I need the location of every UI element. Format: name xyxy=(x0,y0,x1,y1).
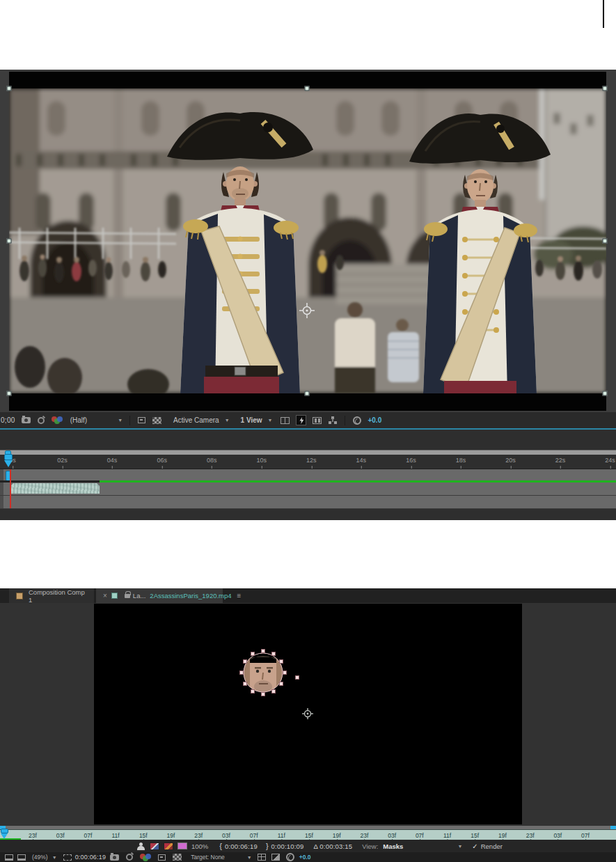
show-panel-icon[interactable] xyxy=(17,854,26,861)
composition-viewer-panel[interactable] xyxy=(0,70,616,412)
target-select[interactable]: Target: None xyxy=(191,854,225,861)
ruler-second-label: 10s xyxy=(256,457,267,464)
layer-track-area[interactable] xyxy=(0,469,616,520)
channels-icon[interactable] xyxy=(140,854,151,861)
playhead-line[interactable] xyxy=(10,469,11,508)
timeline-panel[interactable]: 0s02s04s06s08s10s12s14s16s18s20s22s24s xyxy=(0,430,616,513)
time-navigator[interactable] xyxy=(0,450,616,455)
selection-handle-top-left[interactable] xyxy=(7,86,12,91)
fast-previews-toggle-icon[interactable] xyxy=(296,415,306,425)
exposure-value[interactable]: +0.0 xyxy=(299,854,311,861)
in-point-time[interactable]: 0:00:06:19 xyxy=(225,843,258,850)
snapshot-camera-icon[interactable] xyxy=(110,854,119,861)
layer-anchor-point-icon xyxy=(302,708,313,719)
timeline-ruler[interactable]: 0s02s04s06s08s10s12s14s16s18s20s22s24s xyxy=(0,455,616,469)
out-point-icon[interactable]: } xyxy=(266,842,269,850)
selection-handle-mid-right[interactable] xyxy=(603,239,608,244)
layer-duration-bar[interactable] xyxy=(10,483,100,494)
ruler-second-label: 24s xyxy=(605,457,615,464)
ruler-frame-label: 15f xyxy=(139,832,148,839)
view-layout-icon[interactable] xyxy=(258,854,266,861)
toolbar-separator xyxy=(129,416,130,425)
view-layout-select[interactable]: 1 View xyxy=(241,416,262,424)
ruler-frame-label: 03f xyxy=(56,832,65,839)
exposure-value[interactable]: +0.0 xyxy=(368,416,381,424)
lock-icon[interactable] xyxy=(125,594,130,598)
in-point-icon[interactable]: { xyxy=(219,842,222,850)
exposure-icon[interactable] xyxy=(286,853,294,861)
exposure-icon[interactable] xyxy=(353,416,361,425)
camera-view-select[interactable]: Active Camera xyxy=(173,416,219,424)
ruler-frame-label: 07f xyxy=(84,832,92,839)
render-label: Render xyxy=(481,843,503,850)
layer-frame-ruler[interactable]: 23f03f07f11f15f19f23f03f07f11f15f19f23f0… xyxy=(0,829,616,840)
adjust-exposure-icon[interactable] xyxy=(271,854,280,861)
view-mode-select[interactable]: Masks ▼ xyxy=(383,843,465,850)
render-checkbox[interactable]: ✓ Render xyxy=(472,843,503,850)
ruler-frame-label: 11f xyxy=(443,832,451,839)
close-icon[interactable]: × xyxy=(103,592,107,600)
soldier-right xyxy=(409,113,551,393)
layer-current-time-indicator[interactable] xyxy=(0,829,11,840)
selection-handle-top-right[interactable] xyxy=(603,86,608,91)
page-rule-line xyxy=(603,0,604,28)
target-arrow-icon[interactable]: ▼ xyxy=(247,855,252,860)
preview-thumbnail-icon[interactable] xyxy=(164,843,173,850)
duration-value: Δ 0:00:03:15 xyxy=(314,843,353,850)
resolution-arrow-icon[interactable]: ▼ xyxy=(118,418,123,423)
ruler-frame-label: 23f xyxy=(360,832,368,839)
selection-handle-bottom-left[interactable] xyxy=(7,391,12,396)
region-icon[interactable] xyxy=(63,854,72,861)
ruler-frame-label: 19f xyxy=(167,832,175,839)
zoom-arrow-icon[interactable]: ▼ xyxy=(52,855,57,860)
viewer-timecode[interactable]: 0;00 xyxy=(1,416,15,424)
soldier-left xyxy=(167,112,313,393)
anchor-thumbnail-icon[interactable] xyxy=(150,843,159,850)
layer-anchor-point-icon[interactable] xyxy=(299,302,315,319)
share-view-icon[interactable] xyxy=(281,417,290,424)
show-snapshot-icon[interactable] xyxy=(38,417,45,424)
composition-canvas[interactable] xyxy=(9,72,606,411)
ruler-frame-label: 19f xyxy=(498,832,507,839)
mask-color-swatch[interactable] xyxy=(177,843,187,849)
show-snapshot-icon[interactable] xyxy=(126,854,133,861)
toolbar-separator xyxy=(345,416,345,425)
timeline-graph-icon[interactable] xyxy=(329,416,337,424)
ruler-second-label: 16s xyxy=(406,457,416,464)
region-of-interest-icon[interactable] xyxy=(158,854,166,861)
transparency-grid-icon[interactable] xyxy=(152,417,161,424)
tab-composition-comp-1[interactable]: Composition Comp 1 xyxy=(9,588,94,603)
ruler-frame-label: 03f xyxy=(222,832,230,839)
channels-icon[interactable] xyxy=(52,416,63,424)
rendered-frames-bar xyxy=(100,480,616,483)
always-preview-icon[interactable] xyxy=(5,854,13,861)
current-time-indicator[interactable] xyxy=(3,454,15,469)
region-of-interest-icon[interactable] xyxy=(138,417,145,423)
composition-icon xyxy=(16,593,23,600)
selection-handle-bottom-right[interactable] xyxy=(603,391,608,396)
panel-tab-bar: Composition Comp 1 × La... 2AssassinsPar… xyxy=(0,588,616,603)
snapshot-camera-icon[interactable] xyxy=(22,417,31,423)
transparency-grid-icon[interactable] xyxy=(173,854,182,861)
layer-panel-toolbar: 100% { 0:00:06:19 } 0:00:10:09 Δ 0:00:03… xyxy=(0,840,616,852)
zoom-select[interactable]: (49%) xyxy=(32,854,48,861)
magnification-value[interactable]: 100% xyxy=(191,843,208,850)
after-effects-workspace: 0;00 (Half) ▼ Active Camera ▼ 1 View ▼ +… xyxy=(0,0,616,862)
ruler-frame-label: 23f xyxy=(29,832,37,839)
ruler-frame-label: 23f xyxy=(526,832,535,839)
out-point-time[interactable]: 0:00:10:09 xyxy=(271,843,304,850)
selection-handle-top-center[interactable] xyxy=(305,86,310,91)
layer-panel[interactable]: Composition Comp 1 × La... 2AssassinsPar… xyxy=(0,588,616,862)
view-layout-arrow-icon[interactable]: ▼ xyxy=(268,418,273,423)
alpha-view-icon[interactable] xyxy=(137,843,145,850)
selection-handle-mid-left[interactable] xyxy=(7,239,12,244)
mask-overlay[interactable] xyxy=(230,641,320,724)
resolution-select[interactable]: (Half) xyxy=(70,416,87,424)
video-scene xyxy=(9,88,606,393)
panel-menu-icon[interactable]: ≡ xyxy=(237,592,242,600)
status-timecode[interactable]: 0:00:06:19 xyxy=(75,854,106,861)
selection-handle-bottom-center[interactable] xyxy=(305,391,310,396)
camera-view-arrow-icon[interactable]: ▼ xyxy=(225,418,230,423)
pixel-aspect-correction-icon[interactable] xyxy=(313,417,322,424)
tab-layer-viewer[interactable]: × La... 2AssassinsParis_1920.mp4 ≡ xyxy=(96,588,223,603)
